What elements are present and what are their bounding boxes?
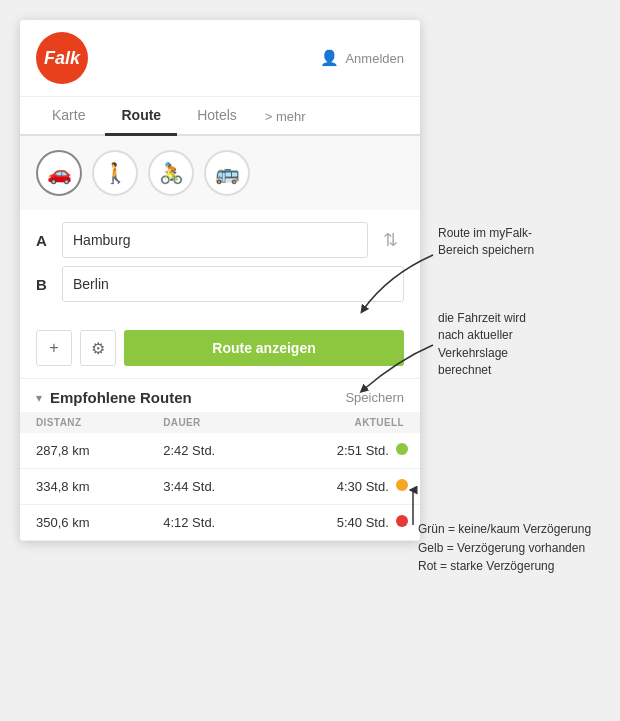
login-link[interactable]: 👤 Anmelden <box>320 49 404 67</box>
distance-1: 287,8 km <box>20 433 147 469</box>
tab-mehr[interactable]: > mehr <box>257 99 314 134</box>
current-1: 2:51 Std. <box>272 433 420 469</box>
logo-text: Falk <box>44 48 80 69</box>
routes-section: ▾ Empfohlene Routen Speichern Distanz Da… <box>20 378 420 541</box>
to-row: B <box>36 266 404 302</box>
from-input[interactable] <box>62 222 368 258</box>
swap-icon[interactable]: ⇅ <box>376 226 404 254</box>
tab-hotels[interactable]: Hotels <box>181 97 253 136</box>
annotation-arrow-1 <box>358 255 438 315</box>
annotation-colors: Grün = keine/kaum Verzögerung Gelb = Ver… <box>418 520 620 576</box>
annotation-arrow-3 <box>403 490 433 525</box>
current-time-1: 2:51 Std. <box>337 443 389 458</box>
duration-3: 4:12 Std. <box>147 505 272 541</box>
current-time-3: 5:40 Std. <box>337 515 389 530</box>
col-distanz: Distanz <box>20 412 147 433</box>
transport-bike[interactable]: 🚴 <box>148 150 194 196</box>
table-row[interactable]: 350,6 km 4:12 Std. 5:40 Std. <box>20 505 420 541</box>
status-dot-green <box>396 443 408 455</box>
col-aktuell: Aktuell <box>272 412 420 433</box>
plus-icon: + <box>49 339 58 357</box>
annotation-save: Route im myFalk- Bereich speichern <box>438 225 608 260</box>
routes-title-row: ▾ Empfohlene Routen <box>36 389 192 406</box>
duration-2: 3:44 Std. <box>147 469 272 505</box>
duration-1: 2:42 Std. <box>147 433 272 469</box>
table-header-row: Distanz Dauer Aktuell <box>20 412 420 433</box>
table-row[interactable]: 334,8 km 3:44 Std. 4:30 Std. <box>20 469 420 505</box>
app-header: Falk 👤 Anmelden <box>20 20 420 97</box>
page-wrapper: Falk 👤 Anmelden Karte Route Hotels > meh… <box>20 20 600 541</box>
tab-karte[interactable]: Karte <box>36 97 101 136</box>
from-row: A ⇅ <box>36 222 404 258</box>
current-2: 4:30 Std. <box>272 469 420 505</box>
distance-3: 350,6 km <box>20 505 147 541</box>
gear-icon: ⚙ <box>91 339 105 358</box>
transport-transit[interactable]: 🚌 <box>204 150 250 196</box>
to-label: B <box>36 276 54 293</box>
settings-button[interactable]: ⚙ <box>80 330 116 366</box>
nav-tabs: Karte Route Hotels > mehr <box>20 97 420 136</box>
routes-title: Empfohlene Routen <box>50 389 192 406</box>
routes-table: Distanz Dauer Aktuell 287,8 km 2:42 Std.… <box>20 412 420 541</box>
annotation-arrow-2 <box>358 345 438 395</box>
current-time-2: 4:30 Std. <box>337 479 389 494</box>
to-input[interactable] <box>62 266 404 302</box>
add-stop-button[interactable]: + <box>36 330 72 366</box>
col-dauer: Dauer <box>147 412 272 433</box>
current-3: 5:40 Std. <box>272 505 420 541</box>
user-icon: 👤 <box>320 49 339 67</box>
login-label: Anmelden <box>345 51 404 66</box>
table-row[interactable]: 287,8 km 2:42 Std. 2:51 Std. <box>20 433 420 469</box>
chevron-down-icon: ▾ <box>36 391 42 405</box>
transport-modes: 🚗 🚶 🚴 🚌 <box>20 136 420 210</box>
from-label: A <box>36 232 54 249</box>
tab-route[interactable]: Route <box>105 97 177 136</box>
distance-2: 334,8 km <box>20 469 147 505</box>
transport-walk[interactable]: 🚶 <box>92 150 138 196</box>
transport-car[interactable]: 🚗 <box>36 150 82 196</box>
annotation-fahrzeit: die Fahrzeit wird nach aktueller Verkehr… <box>438 310 608 380</box>
falk-logo: Falk <box>36 32 88 84</box>
